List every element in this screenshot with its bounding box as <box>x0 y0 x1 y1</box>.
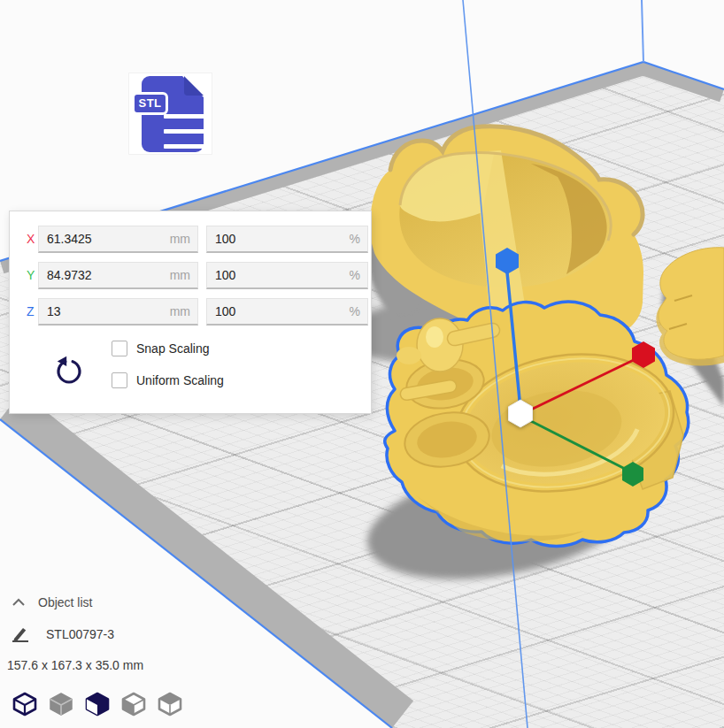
scale-handle-z-blue[interactable] <box>496 248 519 274</box>
mesh-type-normal-model-button[interactable] <box>12 690 38 717</box>
percent-label: % <box>350 232 360 246</box>
cube-front-face-icon <box>84 690 111 717</box>
percent-label: % <box>350 268 360 282</box>
stl-file-thumbnail: STL <box>128 73 212 155</box>
y-axis-line <box>528 419 628 471</box>
checkbox-box[interactable] <box>112 341 127 356</box>
stl-badge: STL <box>132 92 168 115</box>
checkbox-box[interactable] <box>112 372 127 388</box>
axis-label-z: Z <box>27 304 35 319</box>
percent-label: % <box>350 304 360 318</box>
scale-handle-x-red[interactable] <box>632 341 655 368</box>
mesh-type-toolbar <box>12 690 183 717</box>
scale-tool-panel: X mm % Y mm % Z mm % Snap Scaling Unifor… <box>9 211 372 414</box>
z-axis-guide-line <box>463 0 528 728</box>
edit-pencil-icon <box>11 625 30 644</box>
object-list-title: Object list <box>38 595 92 609</box>
scale-row-y: Y mm % <box>10 262 371 289</box>
scale-z-percent-input[interactable] <box>207 299 367 324</box>
scale-handle-center-white[interactable] <box>509 400 533 427</box>
object-list-item[interactable]: STL00797-3 <box>11 625 114 644</box>
scale-handle-y-green[interactable] <box>622 462 643 487</box>
mesh-type-dont-support-overlaps-button[interactable] <box>120 690 147 717</box>
object-dimensions: 157.6 x 167.3 x 35.0 mm <box>7 658 143 672</box>
mesh-type-modify-overlaps-button[interactable] <box>84 690 111 717</box>
mesh-type-print-as-support-button[interactable] <box>48 690 74 717</box>
object-list-header[interactable]: Object list <box>11 595 92 609</box>
scale-x-percent-input[interactable] <box>207 226 367 251</box>
cube-left-face-icon <box>120 690 147 717</box>
scale-row-z: Z mm % <box>10 298 371 326</box>
scale-row-x: X mm % <box>10 226 371 253</box>
x-axis-line <box>531 357 639 410</box>
chevron-up-icon <box>11 596 27 609</box>
snap-scaling-checkbox[interactable]: Snap Scaling <box>112 341 210 356</box>
cube-wireframe-icon <box>12 690 38 717</box>
object-name: STL00797-3 <box>46 627 114 641</box>
axis-label-x: X <box>27 232 35 247</box>
unit-label: mm <box>170 232 190 246</box>
cube-top-face-icon <box>157 690 183 717</box>
z-axis-line <box>507 272 520 409</box>
scale-y-percent-input[interactable] <box>207 263 367 287</box>
cube-solid-icon <box>48 690 74 717</box>
unit-label: mm <box>170 304 190 318</box>
unit-label: mm <box>170 268 190 282</box>
reset-rotate-ccw-icon <box>53 355 85 387</box>
reset-scale-button[interactable] <box>53 355 85 387</box>
mesh-type-anti-overhang-button[interactable] <box>157 690 183 717</box>
uniform-scaling-checkbox[interactable]: Uniform Scaling <box>112 372 224 388</box>
axis-label-y: Y <box>27 268 35 283</box>
